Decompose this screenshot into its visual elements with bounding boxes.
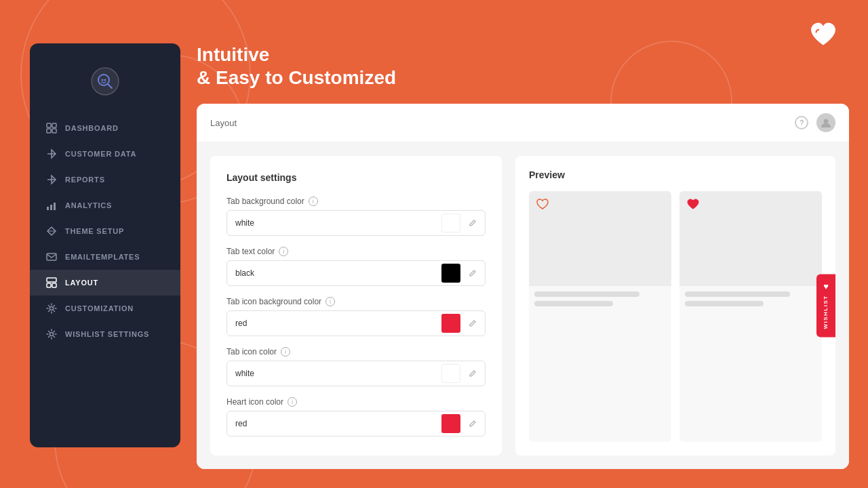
customer-data-icon bbox=[46, 148, 57, 159]
sidebar-item-dashboard[interactable]: Dashboard bbox=[30, 115, 180, 141]
setting-label: Tab icon color i bbox=[226, 347, 486, 357]
svg-point-3 bbox=[102, 79, 104, 81]
sidebar-item-theme-setup[interactable]: Theme Setup bbox=[30, 218, 180, 244]
setting-tab-icon-bg-color: Tab icon background color i bbox=[226, 297, 486, 336]
setting-input-row bbox=[226, 411, 486, 436]
sidebar-item-label: Theme Setup bbox=[65, 227, 124, 235]
email-icon bbox=[46, 251, 57, 262]
help-icon[interactable]: ? bbox=[795, 116, 808, 129]
theme-setup-icon bbox=[46, 226, 57, 237]
tab-icon-bg-color-edit-btn[interactable] bbox=[463, 314, 482, 333]
svg-rect-17 bbox=[47, 253, 56, 260]
sidebar-item-label: Wishlist Settings bbox=[65, 330, 149, 338]
svg-rect-8 bbox=[52, 129, 56, 133]
heading-line1: Intuitive bbox=[197, 44, 269, 65]
heart-icon-color-edit-btn[interactable] bbox=[463, 414, 482, 433]
preview-card-1 bbox=[529, 191, 671, 442]
preview-card-2 bbox=[679, 191, 822, 442]
preview-card-info bbox=[529, 286, 671, 316]
sidebar-nav: Dashboard Customer Data Reports Analytic… bbox=[30, 115, 180, 347]
svg-point-23 bbox=[824, 119, 829, 124]
tab-bg-color-input[interactable] bbox=[227, 213, 439, 233]
setting-tab-text-color: Tab text color i bbox=[226, 247, 486, 286]
svg-rect-20 bbox=[52, 283, 56, 287]
page-heading: Intuitive & Easy to Customized bbox=[197, 43, 849, 89]
svg-rect-14 bbox=[50, 205, 52, 210]
dashboard-icon bbox=[46, 123, 57, 134]
svg-rect-15 bbox=[54, 203, 56, 210]
heart-icon-color-preview bbox=[441, 414, 460, 433]
layout-card: Layout ? Layout settings Tab backgro bbox=[197, 104, 849, 469]
main-content: Intuitive & Easy to Customized Layout ? … bbox=[197, 43, 849, 469]
card-header-actions: ? bbox=[795, 113, 835, 132]
sidebar-item-reports[interactable]: Reports bbox=[30, 167, 180, 192]
info-icon[interactable]: i bbox=[281, 347, 290, 357]
sidebar-item-label: Layout bbox=[65, 279, 98, 287]
tab-text-color-input[interactable] bbox=[227, 263, 439, 283]
setting-label: Tab icon background color i bbox=[226, 297, 486, 306]
setting-heart-icon-color: Heart icon color i bbox=[226, 397, 486, 436]
sidebar-item-wishlist-settings[interactable]: Wishlist Settings bbox=[30, 321, 180, 347]
sidebar-item-email-templates[interactable]: EmailTemplates bbox=[30, 244, 180, 270]
svg-point-21 bbox=[50, 307, 54, 310]
tab-icon-bg-color-input[interactable] bbox=[227, 313, 439, 333]
wishlist-tab[interactable]: ♥ WISHLIST bbox=[816, 274, 835, 337]
info-icon[interactable]: i bbox=[326, 297, 335, 306]
sidebar-item-label: Customer Data bbox=[65, 150, 136, 158]
sidebar-item-label: Analytics bbox=[65, 201, 112, 209]
skeleton-line bbox=[534, 291, 639, 297]
setting-tab-icon-color: Tab icon color i bbox=[226, 347, 486, 386]
setting-tab-bg-color: Tab background color i bbox=[226, 197, 486, 236]
info-icon[interactable]: i bbox=[279, 247, 288, 256]
settings-panel-title: Layout settings bbox=[226, 172, 486, 183]
analytics-icon bbox=[46, 200, 57, 211]
heart-filled-icon bbox=[686, 198, 700, 213]
info-icon[interactable]: i bbox=[309, 197, 318, 206]
sidebar-item-customer-data[interactable]: Customer Data bbox=[30, 141, 180, 167]
setting-label: Tab background color i bbox=[226, 197, 486, 206]
heart-outline-icon bbox=[536, 198, 549, 213]
wishlist-tab-heart-icon: ♥ bbox=[823, 282, 829, 291]
sidebar-item-label: Customization bbox=[65, 304, 134, 312]
svg-rect-5 bbox=[47, 123, 51, 127]
heading-line2: & Easy to Customized bbox=[197, 67, 396, 88]
skeleton-line bbox=[685, 291, 790, 297]
setting-label: Tab text color i bbox=[226, 247, 486, 256]
heart-icon-color-input[interactable] bbox=[227, 413, 439, 434]
tab-icon-bg-color-preview bbox=[441, 314, 460, 333]
svg-point-0 bbox=[92, 68, 119, 95]
avatar bbox=[816, 113, 835, 132]
sidebar-item-analytics[interactable]: Analytics bbox=[30, 192, 180, 218]
svg-point-4 bbox=[104, 79, 106, 81]
tab-icon-color-input[interactable] bbox=[227, 363, 439, 384]
preview-content bbox=[529, 191, 822, 442]
preview-panel: Preview bbox=[515, 156, 835, 455]
info-icon[interactable]: i bbox=[288, 397, 297, 407]
sidebar-item-label: Dashboard bbox=[65, 124, 119, 132]
preview-card-img-1 bbox=[529, 191, 671, 286]
skeleton-line bbox=[534, 301, 613, 306]
sidebar-item-label: Reports bbox=[65, 176, 105, 184]
setting-input-row bbox=[226, 260, 486, 286]
tab-bg-color-preview bbox=[441, 214, 460, 232]
svg-point-22 bbox=[50, 333, 54, 336]
svg-rect-13 bbox=[47, 207, 49, 210]
tab-bg-color-edit-btn[interactable] bbox=[463, 214, 482, 232]
tab-text-color-edit-btn[interactable] bbox=[463, 264, 482, 283]
wishlist-tab-label: WISHLIST bbox=[823, 295, 829, 329]
svg-rect-18 bbox=[47, 278, 56, 282]
settings-panel: Layout settings Tab background color i bbox=[210, 156, 502, 455]
skeleton-line bbox=[685, 301, 764, 306]
sidebar-item-customization[interactable]: Customization bbox=[30, 296, 180, 321]
preview-card-img-2 bbox=[679, 191, 822, 286]
svg-rect-6 bbox=[52, 123, 56, 127]
svg-rect-19 bbox=[47, 283, 51, 287]
card-body: Layout settings Tab background color i bbox=[197, 142, 849, 469]
tab-icon-color-preview bbox=[441, 364, 460, 383]
preview-title: Preview bbox=[529, 169, 822, 180]
setting-label: Heart icon color i bbox=[226, 397, 486, 407]
tab-icon-color-edit-btn[interactable] bbox=[463, 364, 482, 383]
preview-card-info bbox=[679, 286, 822, 316]
sidebar-item-layout[interactable]: Layout bbox=[30, 270, 180, 296]
card-header: Layout ? bbox=[197, 104, 849, 142]
